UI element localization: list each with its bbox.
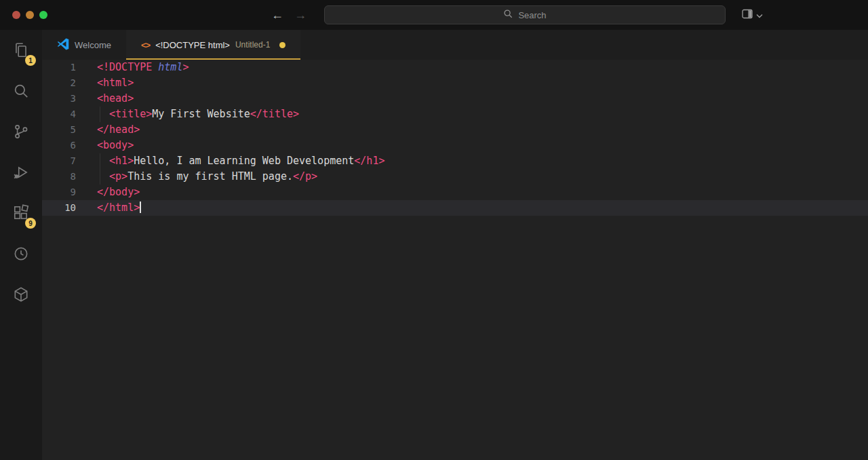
- sidebar-item-run-debug[interactable]: [0, 152, 42, 193]
- line-number[interactable]: 2: [42, 75, 76, 91]
- code-editor[interactable]: 1<!DOCTYPE html>2<html>3<head>4 <title>M…: [42, 60, 868, 460]
- code-line[interactable]: 4 <title>My First Website</title>: [42, 107, 868, 122]
- extensions-badge: 9: [25, 218, 36, 229]
- close-window-button[interactable]: [12, 11, 20, 19]
- line-number[interactable]: 6: [42, 138, 76, 153]
- explorer-badge: 1: [25, 55, 36, 66]
- code-line[interactable]: 8 <p>This is my first HTML page.</p>: [42, 169, 868, 185]
- run-debug-icon: [12, 164, 30, 181]
- back-button[interactable]: ←: [271, 9, 283, 21]
- sidebar-item-timeline[interactable]: [0, 233, 42, 274]
- code-line[interactable]: 1<!DOCTYPE html>: [42, 60, 868, 75]
- code-content: </html>: [76, 200, 141, 216]
- code-content: <p>This is my first HTML page.</p>: [76, 169, 317, 185]
- code-line[interactable]: 6<body>: [42, 138, 868, 153]
- sidebar-item-containers[interactable]: [0, 274, 42, 315]
- source-control-icon: [12, 123, 30, 140]
- clock-icon: [12, 245, 30, 263]
- text-cursor: [140, 202, 141, 213]
- cube-icon: [12, 286, 30, 303]
- code-content: <head>: [76, 91, 134, 107]
- code-content: <title>My First Website</title>: [76, 107, 299, 122]
- line-number[interactable]: 5: [42, 122, 76, 138]
- search-icon: [503, 9, 513, 22]
- minimize-window-button[interactable]: [26, 11, 34, 19]
- zoom-window-button[interactable]: [39, 11, 47, 19]
- tab-welcome[interactable]: Welcome: [42, 30, 126, 60]
- search-input[interactable]: Search: [324, 5, 726, 24]
- code-content: </body>: [76, 185, 140, 200]
- code-content: <!DOCTYPE html>: [76, 60, 189, 75]
- search-placeholder: Search: [518, 10, 546, 20]
- line-number[interactable]: 7: [42, 153, 76, 169]
- tab-untitled-1[interactable]: <> <!DOCTYPE html> Untitled-1: [126, 30, 300, 60]
- indent-guide: [100, 153, 100, 169]
- code-line[interactable]: 5</head>: [42, 122, 868, 138]
- modified-indicator-icon[interactable]: [279, 42, 285, 48]
- code-line[interactable]: 9</body>: [42, 185, 868, 200]
- code-content: </head>: [76, 122, 140, 138]
- search-view-icon: [12, 82, 30, 100]
- title-bar: ← → Search: [0, 0, 868, 30]
- editor-lines: 1<!DOCTYPE html>2<html>3<head>4 <title>M…: [42, 60, 868, 216]
- code-line[interactable]: 10</html>: [42, 200, 868, 216]
- indent-guide: [100, 169, 100, 185]
- sidebar-item-explorer[interactable]: 1: [0, 30, 42, 71]
- code-content: <html>: [76, 75, 134, 91]
- code-line[interactable]: 7 <h1>Hello, I am Learning Web Developme…: [42, 153, 868, 169]
- code-line[interactable]: 3<head>: [42, 91, 868, 107]
- tab-label: Welcome: [75, 40, 111, 50]
- chevron-down-icon[interactable]: [756, 9, 763, 21]
- sidebar-item-search[interactable]: [0, 71, 42, 111]
- sidebar-item-extensions[interactable]: 9: [0, 193, 42, 233]
- indent-guide: [100, 107, 100, 122]
- forward-button[interactable]: →: [294, 9, 307, 21]
- tab-description: Untitled-1: [235, 40, 270, 50]
- code-content: <h1>Hello, I am Learning Web Development…: [76, 153, 384, 169]
- tab-label: <!DOCTYPE html>: [155, 40, 230, 50]
- activity-bar: 1: [0, 30, 42, 460]
- traffic-lights: [12, 11, 47, 19]
- vscode-logo-icon: [57, 38, 69, 52]
- line-number[interactable]: 9: [42, 185, 76, 200]
- html-file-icon: <>: [141, 40, 150, 50]
- line-number[interactable]: 3: [42, 91, 76, 107]
- tab-bar: Welcome <> <!DOCTYPE html> Untitled-1: [42, 30, 868, 60]
- customize-layout-icon[interactable]: [742, 9, 753, 22]
- sidebar-item-source-control[interactable]: [0, 111, 42, 152]
- line-number[interactable]: 8: [42, 169, 76, 185]
- line-number[interactable]: 10: [42, 200, 76, 216]
- code-content: <body>: [76, 138, 134, 153]
- line-number[interactable]: 4: [42, 107, 76, 122]
- line-number[interactable]: 1: [42, 60, 76, 75]
- code-line[interactable]: 2<html>: [42, 75, 868, 91]
